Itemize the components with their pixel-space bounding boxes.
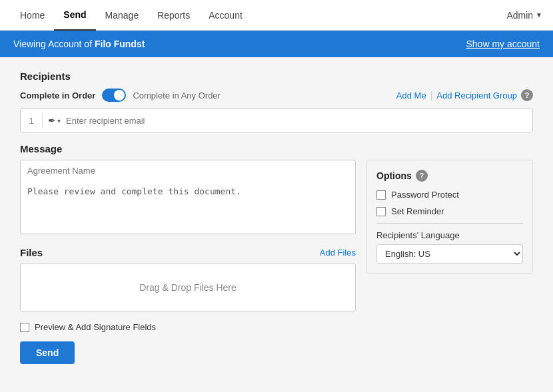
preview-label: Preview & Add Signature Fields [35,322,156,332]
options-title: Options [376,170,412,181]
preview-row: Preview & Add Signature Fields [20,322,533,332]
agreement-name-input[interactable] [20,160,356,181]
navbar: Home Send Manage Reports Account Admin ▼ [0,0,553,31]
message-options-row: Please review and complete this document… [20,160,533,311]
files-title: Files [20,247,43,258]
actions-divider: | [430,90,433,100]
message-body-textarea[interactable]: Please review and complete this document… [20,181,356,234]
complete-any-order-label: Complete in Any Order [133,91,221,100]
set-reminder-label: Set Reminder [391,206,444,216]
complete-order-toggle[interactable] [102,89,126,102]
pen-caret-icon: ▾ [57,117,61,124]
message-title: Message [20,143,533,154]
nav-account[interactable]: Account [199,1,252,30]
recipient-email-input[interactable] [66,116,527,126]
set-reminder-row: Set Reminder [376,206,523,216]
files-section: Files Add Files Drag & Drop Files Here [20,247,356,311]
add-recipient-group-link[interactable]: Add Recipient Group [436,91,517,100]
nav-send[interactable]: Send [54,0,95,31]
banner-account-name: Filo Fundst [95,39,145,49]
admin-menu[interactable]: Admin ▼ [506,10,542,21]
nav-manage[interactable]: Manage [96,1,149,30]
show-my-account-link[interactable]: Show my account [466,39,540,49]
admin-label: Admin [506,10,533,21]
admin-caret-icon: ▼ [536,11,542,19]
recipients-actions: Add Me | Add Recipient Group ? [396,89,533,101]
toggle-slider [102,89,126,102]
password-protect-label: Password Protect [391,190,459,200]
drop-zone-label: Drag & Drop Files Here [139,282,237,293]
main-content: Recipients Complete in Order Complete in… [0,57,553,392]
options-help-icon[interactable]: ? [416,170,428,182]
add-me-link[interactable]: Add Me [396,91,426,100]
files-header: Files Add Files [20,247,356,258]
language-select[interactable]: English: US [376,244,523,264]
set-reminder-checkbox[interactable] [376,207,386,216]
recipient-number: 1 [26,116,37,126]
banner-text: Viewing Account of Filo Fundst [13,39,145,49]
options-panel: Options ? Password Protect Set Reminder … [366,160,533,274]
recipient-input-row: 1 ✒ ▾ [20,108,533,132]
recipients-title: Recipients [20,71,533,82]
pen-icon: ✒ [48,115,56,126]
drop-zone[interactable]: Drag & Drop Files Here [20,264,356,311]
recipient-type-selector[interactable]: ✒ ▾ [48,115,61,126]
preview-checkbox[interactable] [20,323,29,332]
left-column: Please review and complete this document… [20,160,356,311]
recipients-language-label: Recipients' Language [376,230,523,240]
complete-order-row: Complete in Order Complete in Any Order … [20,89,533,102]
password-protect-row: Password Protect [376,190,523,200]
message-section: Please review and complete this document… [20,160,356,236]
nav-reports[interactable]: Reports [148,1,199,30]
recipients-help-icon[interactable]: ? [521,89,533,101]
options-divider [376,223,523,224]
add-files-link[interactable]: Add Files [320,248,356,258]
complete-in-order-label: Complete in Order [20,91,95,100]
account-banner: Viewing Account of Filo Fundst Show my a… [0,31,553,57]
banner-prefix: Viewing Account of [13,39,95,49]
nav-home[interactable]: Home [11,1,54,30]
recipients-section: Recipients Complete in Order Complete in… [20,71,533,132]
options-header: Options ? [376,170,523,182]
send-button[interactable]: Send [20,341,75,364]
right-column: Options ? Password Protect Set Reminder … [366,160,533,311]
recipient-row-divider [42,113,43,128]
password-protect-checkbox[interactable] [376,190,386,200]
